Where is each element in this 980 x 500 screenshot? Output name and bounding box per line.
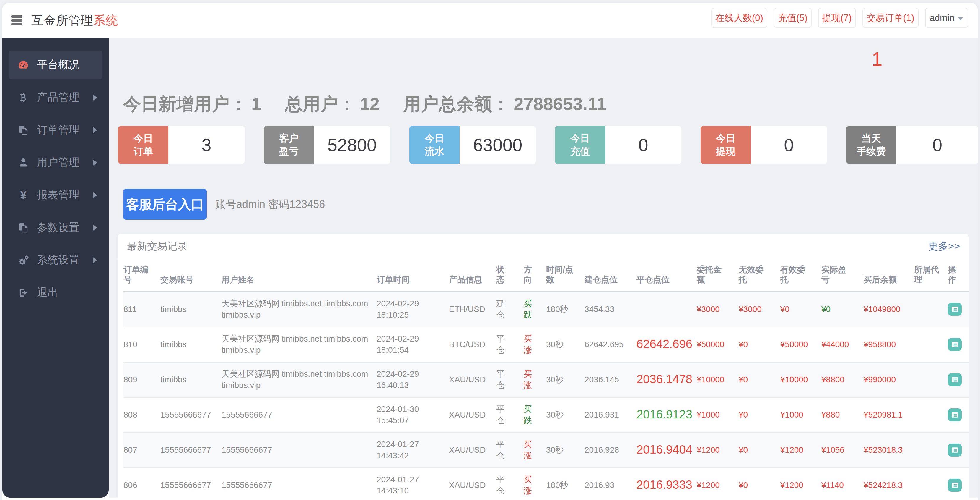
admin-dropdown[interactable]: admin [925, 8, 968, 28]
cell-actual-profit: ¥1056 [821, 433, 864, 468]
sidebar-item-label: 参数设置 [37, 220, 80, 235]
column-header: 平仓点位 [636, 259, 697, 292]
cell-balance-after: ¥1049800 [864, 292, 914, 327]
cell-valid-entrust: ¥50000 [780, 327, 821, 362]
cell-order-time: 2024-02-29 16:40:13 [377, 362, 449, 398]
list-icon [951, 446, 959, 454]
cell-action [948, 468, 969, 500]
column-header: 时间/点 数 [546, 259, 584, 292]
cell-valid-entrust: ¥1000 [780, 398, 821, 433]
cell-status: 建 仓 [496, 292, 524, 327]
cell-status: 平 仓 [496, 433, 524, 468]
recharge-button[interactable]: 充值(5) [774, 8, 811, 28]
summary-card: 今日 流水 63000 [409, 126, 536, 164]
column-header: 有效委 托 [780, 259, 821, 292]
chevron-right-icon [93, 160, 97, 166]
cell-valid-entrust: ¥1200 [780, 433, 821, 468]
sidebar-item-platform-overview[interactable]: 平台概况 [9, 51, 102, 79]
card-label: 今日 订单 [118, 126, 169, 164]
list-icon [951, 305, 959, 313]
cell-open-point: 2036.145 [584, 362, 636, 398]
menu-toggle-icon[interactable] [11, 14, 22, 27]
cell-order-time: 2024-01-30 15:45:07 [377, 398, 449, 433]
chevron-right-icon [93, 94, 97, 101]
cell-duration: 30秒 [546, 398, 584, 433]
column-header: 方 向 [524, 259, 546, 292]
card-value: 0 [896, 126, 978, 164]
card-label-line2: 提现 [716, 145, 735, 158]
cell-agent [914, 398, 948, 433]
column-header: 委托金 额 [697, 259, 739, 292]
sidebar-item-product-management[interactable]: 产品管理 [9, 83, 102, 112]
sidebar-item-label: 退出 [37, 285, 58, 300]
cell-order-id: 808 [124, 398, 161, 433]
sidebar-item-parameter-settings[interactable]: 参数设置 [9, 213, 102, 242]
more-link[interactable]: 更多>> [928, 240, 960, 253]
cell-entrust-amount: ¥1200 [697, 468, 739, 500]
sidebar-item-order-management[interactable]: 订单管理 [9, 116, 102, 144]
cell-close-point [636, 292, 697, 327]
cell-account: timibbs [161, 292, 221, 327]
cell-actual-profit: ¥44000 [821, 327, 864, 362]
service-portal-button[interactable]: 客服后台入口 [123, 189, 207, 220]
column-header: 订单时间 [377, 259, 449, 292]
column-header: 无效委 托 [739, 259, 780, 292]
card-label-line2: 订单 [134, 145, 153, 158]
cell-close-point: 2036.1478 [636, 362, 697, 398]
cell-open-point: 2016.928 [584, 433, 636, 468]
withdraw-button[interactable]: 提现(7) [818, 8, 856, 28]
stat-value: 1 [251, 93, 261, 115]
caret-down-icon [958, 17, 964, 21]
cell-duration: 180秒 [546, 292, 584, 327]
stat-total-balance: 用户总余额： 2788653.11 [403, 93, 606, 115]
summary-card: 今日 提现 0 [701, 126, 827, 164]
main-content: 1 今日新增用户： 1 总用户： 12 用户总余额： 2788653.11 [109, 38, 978, 498]
cell-order-time: 2024-01-27 14:43:10 [377, 468, 449, 500]
card-value: 0 [605, 126, 681, 164]
detail-button[interactable] [948, 338, 962, 351]
trade-orders-button[interactable]: 交易订单(1) [862, 8, 919, 28]
cell-user-name: 15555666677 [221, 468, 377, 500]
detail-button[interactable] [948, 444, 962, 457]
detail-button[interactable] [948, 408, 962, 421]
table-row: 808 15555666677 15555666677 2024-01-30 1… [124, 398, 969, 433]
online-users-button[interactable]: 在线人数(0) [711, 8, 767, 28]
cell-invalid-entrust: ¥0 [739, 362, 780, 398]
chevron-right-icon [93, 192, 97, 198]
card-value: 3 [169, 126, 245, 164]
notification-count: 1 [872, 48, 883, 70]
trades-table: 订单编 号交易账号用户姓名订单时间产品信息状 态方 向时间/点 数建仓点位平仓点… [124, 259, 969, 500]
sidebar-item-user-management[interactable]: 用户管理 [9, 148, 102, 177]
detail-button[interactable] [948, 479, 962, 492]
sidebar-item-label: 平台概况 [37, 58, 80, 72]
cell-action [948, 398, 969, 433]
app-title-accent: 系统 [93, 14, 118, 27]
cell-valid-entrust: ¥10000 [780, 362, 821, 398]
cell-order-time: 2024-01-27 14:43:42 [377, 433, 449, 468]
detail-button[interactable] [948, 373, 962, 386]
cell-duration: 30秒 [546, 362, 584, 398]
app-window: 互金所管理系统 在线人数(0) 充值(5) 提现(7) 交易订单(1) admi… [2, 3, 978, 500]
cell-product: XAU/USD [449, 398, 496, 433]
sidebar-item-report-management[interactable]: ¥ 报表管理 [9, 181, 102, 209]
sidebar-item-logout[interactable]: 退出 [9, 278, 102, 307]
cell-entrust-amount: ¥10000 [697, 362, 739, 398]
sidebar-item-system-settings[interactable]: 系统设置 [9, 246, 102, 275]
cell-account: timibbs [161, 362, 221, 398]
cell-order-id: 810 [124, 327, 161, 362]
card-value: 0 [751, 126, 827, 164]
cell-user-name: 15555666677 [221, 398, 377, 433]
detail-button[interactable] [948, 303, 962, 316]
cell-open-point: 2016.931 [584, 398, 636, 433]
table-row: 809 timibbs 天美社区源码网 timibbs.net timibbs.… [124, 362, 969, 398]
cell-direction: 买 涨 [524, 327, 546, 362]
bitcoin-icon [16, 92, 30, 103]
cell-open-point: 62642.695 [584, 327, 636, 362]
cell-direction: 买 涨 [524, 468, 546, 500]
card-label: 今日 流水 [409, 126, 460, 164]
header-actions: 在线人数(0) 充值(5) 提现(7) 交易订单(1) admin [711, 8, 968, 28]
sidebar-item-label: 产品管理 [37, 90, 80, 105]
card-label: 今日 提现 [701, 126, 751, 164]
cell-action [948, 292, 969, 327]
cell-user-name: 天美社区源码网 timibbs.net timibbs.com timibbs.… [221, 362, 377, 398]
